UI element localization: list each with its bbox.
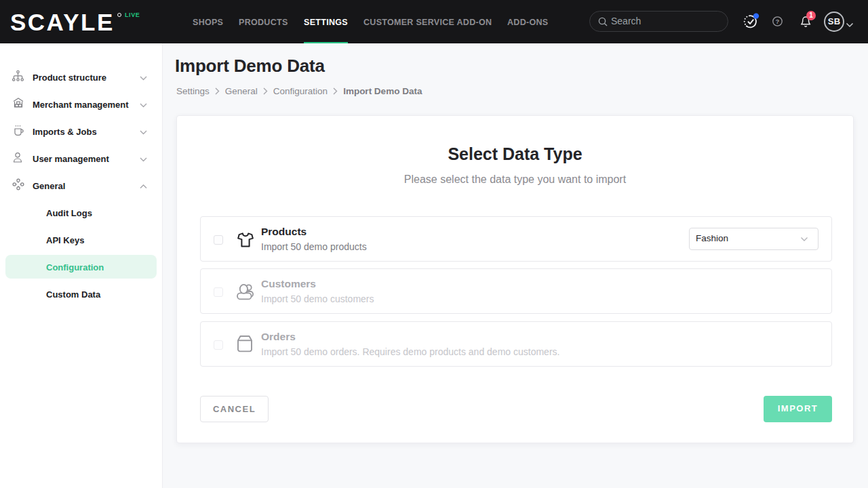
- svg-text:?: ?: [776, 18, 780, 25]
